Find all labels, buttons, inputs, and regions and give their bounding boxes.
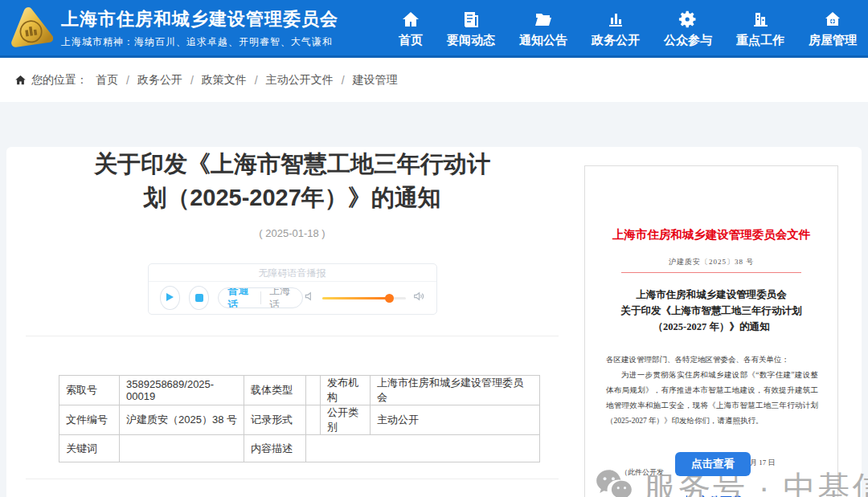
meta-value-description (306, 435, 540, 462)
nav-item-news[interactable]: 要闻动态 (447, 8, 495, 48)
breadcrumb-item-gov-info[interactable]: 政务公开 (137, 73, 182, 88)
stop-button[interactable] (189, 286, 209, 310)
meta-label-record-form: 记录形式 (244, 405, 306, 435)
divider-bottom (26, 479, 559, 479)
main-nav: 首页 要闻动态 通知公告 政务公开 公众参与 重点工作 (399, 8, 857, 48)
meta-label-index-no: 索取号 (59, 376, 120, 405)
breadcrumb-item-home[interactable]: 首页 (96, 73, 118, 88)
language-toggle: 普通话 上海话 (218, 287, 302, 308)
table-row: 关键词 内容描述 (59, 435, 540, 462)
table-row: 文件编号 沪建质安（2025）38 号 记录形式 公开类别 主动公开 (59, 405, 540, 435)
gear-icon (678, 10, 698, 29)
play-button[interactable] (160, 286, 180, 310)
divider-top (26, 336, 559, 336)
meta-value-doc-no: 沪建质安（2025）38 号 (120, 405, 244, 435)
meta-value-index-no: 3589258689/2025-00019 (120, 376, 244, 405)
meta-label-issuing-agency: 发布机构 (321, 376, 371, 405)
meta-label-doc-no: 文件编号 (59, 405, 120, 435)
home-icon (401, 10, 420, 29)
preview-date-fragment: 月 17 日 (750, 458, 776, 468)
volume-slider-knob[interactable] (385, 294, 394, 303)
stop-icon (195, 294, 203, 302)
nav-item-gov-info[interactable]: 政务公开 (592, 8, 640, 48)
view-document-button[interactable]: 点击查看 (675, 452, 751, 476)
building-icon (751, 10, 770, 29)
breadcrumb-prefix: 您的位置： (31, 73, 88, 88)
preview-doc-title: 上海市住房和城乡建设管理委员会 关于印发《上海市智慧工地三年行动计划 （2025… (585, 287, 837, 335)
preview-doc-body: 各区建设管理部门、各特定地区管委会、各有关单位： 为进一步贯彻落实住房和城乡建设… (606, 352, 818, 429)
news-icon (461, 10, 481, 29)
site-title: 上海市住房和城乡建设管理委员会 (61, 7, 338, 31)
table-row: 索取号 3589258689/2025-00019 载体类型 发布机构 上海市住… (59, 376, 540, 405)
volume-control (303, 290, 425, 306)
accessibility-audio-player: 无障碍语音播报 普通话 上海话 (148, 263, 437, 315)
lang-option-shanghainese[interactable]: 上海话 (260, 287, 301, 308)
breadcrumb: 您的位置： 首页 / 政务公开 / 政策文件 / 主动公开文件 / 建设管理 (0, 58, 868, 102)
site-slogan: 上海城市精神：海纳百川、追求卓越、开明睿智、大气谦和 (61, 35, 338, 49)
content-card: 关于印发《上海市智慧工地三年行动计 划（2025-2027年）》的通知 ( 20… (6, 147, 862, 497)
volume-slider[interactable] (322, 297, 406, 299)
meta-value-open-category: 主动公开 (371, 405, 540, 435)
document-meta-table: 索取号 3589258689/2025-00019 载体类型 发布机构 上海市住… (59, 375, 540, 462)
nav-item-key-work[interactable]: 重点工作 (736, 8, 784, 48)
house-tools-icon (823, 10, 842, 29)
page-title: 关于印发《上海市智慧工地三年行动计 划（2025-2027年）》的通知 (35, 147, 550, 214)
download-icon (680, 494, 694, 497)
audio-player-title: 无障碍语音播报 (149, 264, 436, 282)
article-column: 关于印发《上海市智慧工地三年行动计 划（2025-2027年）》的通知 ( 20… (6, 147, 559, 479)
meta-label-carrier-type: 载体类型 (244, 376, 306, 405)
breadcrumb-item-construction-mgmt[interactable]: 建设管理 (353, 73, 398, 88)
preview-footnote-fragment: （此件公开发 (620, 467, 664, 478)
meta-label-open-category: 公开类别 (321, 405, 371, 435)
file-download-link[interactable]: 文件下载 (585, 494, 837, 497)
site-header: 上海市住房和城乡建设管理委员会 上海城市精神：海纳百川、追求卓越、开明睿智、大气… (0, 0, 868, 58)
site-logo-icon (8, 6, 53, 51)
folder-icon (534, 10, 553, 29)
play-icon (165, 292, 174, 304)
volume-high-icon (412, 290, 425, 306)
nav-item-home[interactable]: 首页 (399, 8, 423, 48)
nav-item-participation[interactable]: 公众参与 (664, 8, 712, 48)
preview-red-rule (621, 272, 801, 273)
meta-value-keywords (120, 435, 244, 462)
meta-value-carrier-type (306, 376, 321, 405)
meta-label-keywords: 关键词 (59, 435, 120, 462)
document-preview-panel: 上海市住房和城乡建设管理委员会文件 沪建质安〔2025〕38 号 上海市住房和城… (584, 165, 838, 497)
meta-value-issuing-agency: 上海市住房和城乡建设管理委员会 (371, 376, 540, 405)
meta-label-description: 内容描述 (244, 435, 306, 462)
preview-red-header: 上海市住房和城乡建设管理委员会文件 (585, 227, 837, 242)
nav-item-housing[interactable]: 房屋管理 (809, 8, 857, 48)
breadcrumb-item-proactive-docs[interactable]: 主动公开文件 (266, 73, 334, 88)
volume-low-icon (303, 290, 316, 306)
breadcrumb-home-icon (14, 74, 27, 86)
nav-item-notices[interactable]: 通知公告 (519, 8, 567, 48)
meta-value-record-form (306, 405, 321, 435)
preview-doc-number: 沪建质安〔2025〕38 号 (585, 257, 837, 267)
breadcrumb-item-policy-docs[interactable]: 政策文件 (202, 73, 247, 88)
lang-option-mandarin[interactable]: 普通话 (219, 287, 260, 308)
bar-chart-icon (606, 10, 625, 29)
publish-date: ( 2025-01-18 ) (26, 227, 559, 239)
